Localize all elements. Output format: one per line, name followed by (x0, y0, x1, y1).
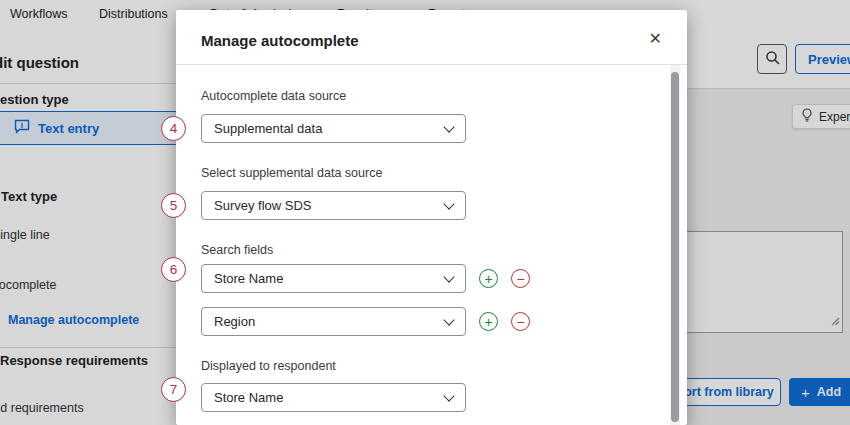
survey-editor-page: Workflows Distributions Data & Analysis … (0, 0, 850, 425)
remove-search-field-button-1[interactable]: − (511, 269, 530, 288)
close-icon[interactable]: ✕ (649, 31, 662, 47)
step-annotation-7: 7 (161, 377, 186, 402)
chevron-down-icon (443, 198, 454, 209)
add-search-field-button-2[interactable]: + (479, 312, 498, 331)
modal-header-divider (176, 64, 687, 65)
displayed-label: Displayed to respondent (201, 359, 336, 373)
search-fields-label: Search fields (201, 243, 273, 257)
step-annotation-6: 6 (161, 257, 186, 282)
step-annotation-5: 5 (161, 193, 186, 218)
chevron-down-icon (443, 271, 454, 282)
select-value: Supplemental data (214, 121, 322, 136)
search-field-select-2[interactable]: Region (201, 307, 466, 336)
modal-scrollbar-thumb[interactable] (671, 72, 679, 422)
chevron-down-icon (443, 121, 454, 132)
add-search-field-button-1[interactable]: + (479, 269, 498, 288)
select-value: Store Name (214, 271, 283, 286)
data-source-select[interactable]: Supplemental data (201, 114, 466, 143)
search-field-select-1[interactable]: Store Name (201, 264, 466, 293)
remove-search-field-button-2[interactable]: − (511, 312, 530, 331)
manage-autocomplete-modal: Manage autocomplete ✕ Autocomplete data … (176, 10, 687, 425)
modal-title: Manage autocomplete (201, 32, 359, 49)
step-annotation-4: 4 (161, 116, 186, 141)
sds-label: Select supplemental data source (201, 166, 382, 180)
sds-select[interactable]: Survey flow SDS (201, 191, 466, 220)
chevron-down-icon (443, 390, 454, 401)
chevron-down-icon (443, 314, 454, 325)
data-source-label: Autocomplete data source (201, 89, 346, 103)
displayed-select[interactable]: Store Name (201, 383, 466, 412)
select-value: Region (214, 314, 255, 329)
select-value: Store Name (214, 390, 283, 405)
select-value: Survey flow SDS (214, 198, 312, 213)
